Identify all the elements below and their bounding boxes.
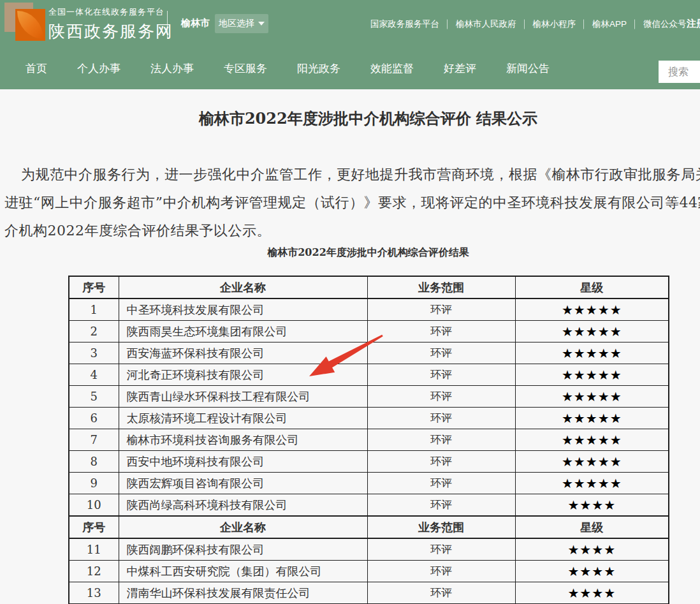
- header-link[interactable]: 国家政务服务平台: [362, 18, 448, 30]
- column-header: 序号: [69, 276, 119, 298]
- cell-stars: ★★★★★: [515, 473, 669, 494]
- cell-no: 7: [69, 429, 119, 451]
- table-row: 7榆林市环境科技咨询服务有限公司环评★★★★★: [69, 429, 669, 451]
- nav-item[interactable]: 新闻公告: [506, 48, 550, 89]
- cell-scope: 环评: [367, 408, 515, 429]
- cell-no: 3: [69, 343, 119, 364]
- cell-stars: ★★★★★: [515, 343, 669, 364]
- paragraph-line: 进驻“网上中介服务超市”中介机构考评管理规定（试行）》要求，现将评定的中圣环境科…: [4, 189, 700, 217]
- cell-name: 中煤科工西安研究院（集团）有限公司: [119, 561, 367, 582]
- cell-scope: 环评: [367, 561, 515, 582]
- cell-scope: 环评: [367, 451, 515, 473]
- register-link[interactable]: 注册: [687, 18, 700, 30]
- cell-no: 6: [69, 408, 119, 429]
- column-header: 业务范围: [367, 516, 515, 538]
- table-row: 13渭南华山环保科技发展有限责任公司环评★★★★: [69, 582, 669, 604]
- cell-stars: ★★★★★: [515, 364, 669, 386]
- table-row: 11陕西阔鹏环保科技有限公司环评★★★★: [69, 538, 669, 561]
- cell-scope: 环评: [367, 364, 515, 386]
- cell-stars: ★★★★: [515, 561, 669, 582]
- page-title: 榆林市2022年度涉批中介机构综合评价 结果公示: [0, 108, 700, 129]
- platform-tagline: 全国一体化在线政务服务平台: [48, 6, 173, 18]
- region-selector-button[interactable]: 地区选择: [215, 14, 268, 33]
- cell-no: 4: [69, 364, 119, 386]
- table-row: 2陕西雨昊生态环境集团有限公司环评★★★★★: [69, 321, 669, 343]
- cell-stars: ★★★★★: [515, 408, 669, 429]
- region-selector-label: 地区选择: [219, 18, 254, 29]
- site-logo[interactable]: [4, 3, 47, 45]
- evaluation-table: 序号企业名称业务范围星级1中圣环境科技发展有限公司环评★★★★★2陕西雨昊生态环…: [68, 276, 669, 604]
- nav-items: 首页 个人办事 法人办事 专区服务 阳光政务 效能监督 好差评 新闻公告: [0, 48, 700, 89]
- cell-no: 8: [69, 451, 119, 473]
- cell-scope: 环评: [367, 298, 515, 321]
- cell-name: 河北奇正环境科技有限公司: [119, 364, 367, 386]
- cell-no: 10: [69, 494, 119, 517]
- cell-name: 陕西阔鹏环保科技有限公司: [119, 538, 367, 561]
- nav-item[interactable]: 阳光政务: [297, 48, 340, 89]
- cell-scope: 环评: [367, 429, 515, 451]
- brand-block: 全国一体化在线政务服务平台 陕西政务服务网: [48, 6, 173, 43]
- header-link[interactable]: 榆林市人民政府: [448, 18, 525, 30]
- cell-name: 陕西宏辉项目咨询有限公司: [119, 473, 367, 494]
- cell-scope: 环评: [367, 582, 515, 604]
- cell-no: 9: [69, 473, 119, 494]
- table-row: 1中圣环境科技发展有限公司环评★★★★★: [69, 298, 669, 321]
- cell-no: 11: [69, 538, 119, 561]
- table-row: 10陕西尚绿高科环境科技有限公司环评★★★★: [69, 494, 669, 517]
- cell-stars: ★★★★★: [515, 298, 669, 321]
- column-header: 序号: [69, 516, 119, 538]
- cell-name: 西安中地环境科技有限公司: [119, 451, 367, 473]
- cell-scope: 环评: [367, 494, 515, 517]
- table-caption: 榆林市2022年度涉批中介机构综合评价结果: [0, 246, 700, 260]
- nav-item[interactable]: 好差评: [444, 48, 476, 89]
- cell-scope: 环评: [367, 321, 515, 343]
- cell-name: 中圣环境科技发展有限公司: [119, 298, 367, 321]
- cell-scope: 环评: [367, 473, 515, 494]
- cell-stars: ★★★★★: [515, 451, 669, 473]
- cell-name: 陕西尚绿高科环境科技有限公司: [119, 494, 367, 517]
- search-input[interactable]: [659, 61, 700, 83]
- logo-front-square: [15, 9, 45, 41]
- cell-name: 陕西青山绿水环保科技工程有限公司: [119, 386, 367, 408]
- cell-no: 2: [69, 321, 119, 343]
- cell-name: 渭南华山环保科技发展有限责任公司: [119, 582, 367, 604]
- paragraph-line: 为规范中介服务行为，进一步强化中介监管工作，更好地提升我市营商环境，根据《榆林市…: [4, 161, 700, 189]
- table-row: 9陕西宏辉项目咨询有限公司环评★★★★★: [69, 473, 669, 494]
- announcement-paragraph: 为规范中介服务行为，进一步强化中介监管工作，更好地提升我市营商环境，根据《榆林市…: [4, 161, 700, 245]
- nav-item[interactable]: 首页: [26, 48, 47, 89]
- nav-item[interactable]: 个人办事: [77, 48, 120, 89]
- column-header: 企业名称: [119, 516, 367, 538]
- evaluation-table-body: 序号企业名称业务范围星级1中圣环境科技发展有限公司环评★★★★★2陕西雨昊生态环…: [69, 276, 669, 604]
- main-nav: 首页 个人办事 法人办事 专区服务 阳光政务 效能监督 好差评 新闻公告: [0, 48, 700, 89]
- nav-item[interactable]: 效能监督: [370, 48, 414, 89]
- table-row: 6太原核清环境工程设计有限公司环评★★★★★: [69, 408, 669, 429]
- header-link[interactable]: 微信公众号: [635, 18, 695, 30]
- cell-stars: ★★★★★: [515, 321, 669, 343]
- table-row: 4河北奇正环境科技有限公司环评★★★★★: [69, 364, 669, 386]
- table-row: 12中煤科工西安研究院（集团）有限公司环评★★★★: [69, 561, 669, 582]
- cell-no: 5: [69, 386, 119, 408]
- nav-item[interactable]: 专区服务: [224, 48, 267, 89]
- cell-stars: ★★★★: [515, 538, 669, 561]
- cell-no: 12: [69, 561, 119, 582]
- cell-scope: 环评: [367, 538, 515, 561]
- table-row: 8西安中地环境科技有限公司环评★★★★★: [69, 451, 669, 473]
- column-header: 业务范围: [367, 276, 515, 298]
- header-link[interactable]: 榆林APP: [584, 18, 635, 30]
- cell-scope: 环评: [367, 386, 515, 408]
- cell-scope: 环评: [367, 343, 515, 364]
- cell-no: 13: [69, 582, 119, 604]
- leaf-icon: [17, 11, 43, 39]
- cell-stars: ★★★★: [515, 494, 669, 517]
- column-header: 星级: [515, 516, 669, 538]
- cell-name: 陕西雨昊生态环境集团有限公司: [119, 321, 367, 343]
- table-header-row: 序号企业名称业务范围星级: [69, 276, 669, 298]
- header-link[interactable]: 榆林小程序: [525, 18, 585, 30]
- nav-item[interactable]: 法人办事: [150, 48, 194, 89]
- site-name: 陕西政务服务网: [48, 20, 173, 43]
- cell-name: 西安海蓝环保科技有限公司: [119, 343, 367, 364]
- header-divider: [167, 11, 168, 39]
- chevron-down-icon: [258, 22, 265, 26]
- site-header: 全国一体化在线政务服务平台 陕西政务服务网 榆林市 地区选择 国家政务服务平台 …: [0, 0, 700, 48]
- current-city: 榆林市: [181, 17, 210, 29]
